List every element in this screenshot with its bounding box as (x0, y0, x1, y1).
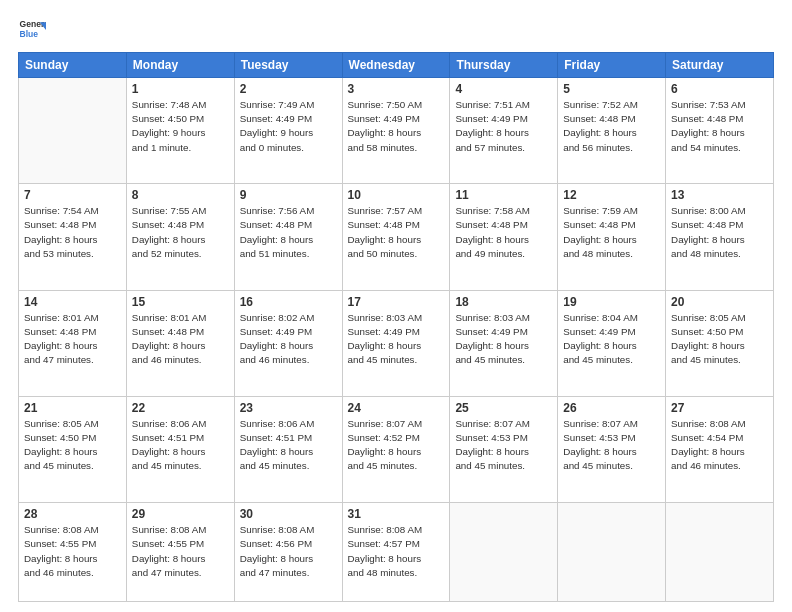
day-info: Sunrise: 8:08 AMSunset: 4:55 PMDaylight:… (132, 523, 229, 580)
calendar-cell: 26Sunrise: 8:07 AMSunset: 4:53 PMDayligh… (558, 396, 666, 502)
calendar-cell (450, 503, 558, 602)
day-number: 14 (24, 295, 121, 309)
day-number: 6 (671, 82, 768, 96)
day-number: 30 (240, 507, 337, 521)
header-monday: Monday (126, 53, 234, 78)
day-info: Sunrise: 8:08 AMSunset: 4:54 PMDaylight:… (671, 417, 768, 474)
day-info: Sunrise: 7:56 AMSunset: 4:48 PMDaylight:… (240, 204, 337, 261)
day-info: Sunrise: 8:08 AMSunset: 4:55 PMDaylight:… (24, 523, 121, 580)
day-number: 12 (563, 188, 660, 202)
calendar-cell: 14Sunrise: 8:01 AMSunset: 4:48 PMDayligh… (19, 290, 127, 396)
calendar-cell: 31Sunrise: 8:08 AMSunset: 4:57 PMDayligh… (342, 503, 450, 602)
day-info: Sunrise: 7:53 AMSunset: 4:48 PMDaylight:… (671, 98, 768, 155)
page: General Blue SundayMondayTuesdayWednesda… (0, 0, 792, 612)
logo-icon: General Blue (18, 16, 46, 44)
calendar-cell: 28Sunrise: 8:08 AMSunset: 4:55 PMDayligh… (19, 503, 127, 602)
day-number: 21 (24, 401, 121, 415)
day-info: Sunrise: 8:07 AMSunset: 4:53 PMDaylight:… (563, 417, 660, 474)
day-info: Sunrise: 8:08 AMSunset: 4:56 PMDaylight:… (240, 523, 337, 580)
day-number: 17 (348, 295, 445, 309)
day-info: Sunrise: 8:00 AMSunset: 4:48 PMDaylight:… (671, 204, 768, 261)
calendar-cell: 17Sunrise: 8:03 AMSunset: 4:49 PMDayligh… (342, 290, 450, 396)
calendar-cell: 1Sunrise: 7:48 AMSunset: 4:50 PMDaylight… (126, 78, 234, 184)
header-friday: Friday (558, 53, 666, 78)
day-info: Sunrise: 7:50 AMSunset: 4:49 PMDaylight:… (348, 98, 445, 155)
day-number: 3 (348, 82, 445, 96)
header-sunday: Sunday (19, 53, 127, 78)
calendar-cell (666, 503, 774, 602)
day-info: Sunrise: 8:05 AMSunset: 4:50 PMDaylight:… (24, 417, 121, 474)
day-info: Sunrise: 7:57 AMSunset: 4:48 PMDaylight:… (348, 204, 445, 261)
day-number: 24 (348, 401, 445, 415)
calendar-cell: 29Sunrise: 8:08 AMSunset: 4:55 PMDayligh… (126, 503, 234, 602)
day-info: Sunrise: 8:02 AMSunset: 4:49 PMDaylight:… (240, 311, 337, 368)
day-info: Sunrise: 8:03 AMSunset: 4:49 PMDaylight:… (348, 311, 445, 368)
day-number: 16 (240, 295, 337, 309)
calendar-cell: 8Sunrise: 7:55 AMSunset: 4:48 PMDaylight… (126, 184, 234, 290)
day-number: 5 (563, 82, 660, 96)
calendar-cell: 10Sunrise: 7:57 AMSunset: 4:48 PMDayligh… (342, 184, 450, 290)
day-number: 26 (563, 401, 660, 415)
day-info: Sunrise: 7:51 AMSunset: 4:49 PMDaylight:… (455, 98, 552, 155)
day-number: 25 (455, 401, 552, 415)
header-thursday: Thursday (450, 53, 558, 78)
day-number: 28 (24, 507, 121, 521)
day-number: 1 (132, 82, 229, 96)
calendar-cell: 6Sunrise: 7:53 AMSunset: 4:48 PMDaylight… (666, 78, 774, 184)
calendar-cell: 16Sunrise: 8:02 AMSunset: 4:49 PMDayligh… (234, 290, 342, 396)
calendar-cell: 11Sunrise: 7:58 AMSunset: 4:48 PMDayligh… (450, 184, 558, 290)
day-info: Sunrise: 7:49 AMSunset: 4:49 PMDaylight:… (240, 98, 337, 155)
day-number: 13 (671, 188, 768, 202)
day-number: 9 (240, 188, 337, 202)
day-number: 31 (348, 507, 445, 521)
calendar-cell: 4Sunrise: 7:51 AMSunset: 4:49 PMDaylight… (450, 78, 558, 184)
day-info: Sunrise: 8:07 AMSunset: 4:52 PMDaylight:… (348, 417, 445, 474)
calendar-cell: 23Sunrise: 8:06 AMSunset: 4:51 PMDayligh… (234, 396, 342, 502)
day-number: 18 (455, 295, 552, 309)
calendar-cell: 22Sunrise: 8:06 AMSunset: 4:51 PMDayligh… (126, 396, 234, 502)
day-number: 10 (348, 188, 445, 202)
day-info: Sunrise: 7:52 AMSunset: 4:48 PMDaylight:… (563, 98, 660, 155)
day-number: 29 (132, 507, 229, 521)
calendar-cell: 9Sunrise: 7:56 AMSunset: 4:48 PMDaylight… (234, 184, 342, 290)
day-info: Sunrise: 8:04 AMSunset: 4:49 PMDaylight:… (563, 311, 660, 368)
calendar-cell: 5Sunrise: 7:52 AMSunset: 4:48 PMDaylight… (558, 78, 666, 184)
calendar-cell: 18Sunrise: 8:03 AMSunset: 4:49 PMDayligh… (450, 290, 558, 396)
day-number: 4 (455, 82, 552, 96)
calendar-table: SundayMondayTuesdayWednesdayThursdayFrid… (18, 52, 774, 602)
day-number: 2 (240, 82, 337, 96)
calendar-cell: 25Sunrise: 8:07 AMSunset: 4:53 PMDayligh… (450, 396, 558, 502)
header-tuesday: Tuesday (234, 53, 342, 78)
calendar-cell: 24Sunrise: 8:07 AMSunset: 4:52 PMDayligh… (342, 396, 450, 502)
day-info: Sunrise: 8:03 AMSunset: 4:49 PMDaylight:… (455, 311, 552, 368)
header-saturday: Saturday (666, 53, 774, 78)
day-number: 7 (24, 188, 121, 202)
calendar-cell (19, 78, 127, 184)
day-number: 8 (132, 188, 229, 202)
day-info: Sunrise: 8:01 AMSunset: 4:48 PMDaylight:… (132, 311, 229, 368)
day-info: Sunrise: 7:54 AMSunset: 4:48 PMDaylight:… (24, 204, 121, 261)
calendar-cell: 2Sunrise: 7:49 AMSunset: 4:49 PMDaylight… (234, 78, 342, 184)
svg-text:Blue: Blue (20, 29, 39, 39)
day-info: Sunrise: 8:07 AMSunset: 4:53 PMDaylight:… (455, 417, 552, 474)
day-number: 22 (132, 401, 229, 415)
day-number: 19 (563, 295, 660, 309)
day-info: Sunrise: 8:01 AMSunset: 4:48 PMDaylight:… (24, 311, 121, 368)
logo: General Blue (18, 16, 52, 44)
calendar-cell: 3Sunrise: 7:50 AMSunset: 4:49 PMDaylight… (342, 78, 450, 184)
calendar-header-row: SundayMondayTuesdayWednesdayThursdayFrid… (19, 53, 774, 78)
day-info: Sunrise: 8:08 AMSunset: 4:57 PMDaylight:… (348, 523, 445, 580)
calendar-cell: 12Sunrise: 7:59 AMSunset: 4:48 PMDayligh… (558, 184, 666, 290)
day-info: Sunrise: 8:06 AMSunset: 4:51 PMDaylight:… (240, 417, 337, 474)
calendar-cell: 27Sunrise: 8:08 AMSunset: 4:54 PMDayligh… (666, 396, 774, 502)
calendar-cell: 21Sunrise: 8:05 AMSunset: 4:50 PMDayligh… (19, 396, 127, 502)
calendar-cell: 20Sunrise: 8:05 AMSunset: 4:50 PMDayligh… (666, 290, 774, 396)
day-number: 23 (240, 401, 337, 415)
day-info: Sunrise: 7:58 AMSunset: 4:48 PMDaylight:… (455, 204, 552, 261)
header-wednesday: Wednesday (342, 53, 450, 78)
calendar-cell: 30Sunrise: 8:08 AMSunset: 4:56 PMDayligh… (234, 503, 342, 602)
day-number: 11 (455, 188, 552, 202)
calendar-cell: 7Sunrise: 7:54 AMSunset: 4:48 PMDaylight… (19, 184, 127, 290)
calendar-cell: 15Sunrise: 8:01 AMSunset: 4:48 PMDayligh… (126, 290, 234, 396)
calendar-cell (558, 503, 666, 602)
